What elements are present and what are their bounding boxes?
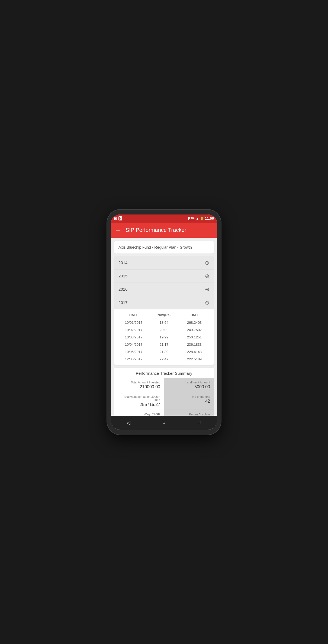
signal-icon: ▲ [196,217,199,220]
cell-unit: 250.1251 [179,335,210,339]
summary-label-right: Installment Amount [168,381,210,384]
cell-nav: 21.17 [149,342,179,347]
summary-section: Performance Tracker Summary Total Amount… [114,368,214,416]
cell-date: 10/02/2017 [118,328,149,332]
table-header-row: DATE NAV(Rs) UNIT [114,312,214,319]
cell-date: 10/01/2017 [118,321,149,325]
summary-label-left: Weg. CAGR [118,413,160,416]
header-unit: UNIT [179,313,210,317]
summary-label-left: Total Amount Invested [118,381,160,384]
content-area: Axis Bluechip Fund - Regular Plan - Grow… [111,238,217,416]
clock: 11:56 [205,216,214,220]
year-2014-expand-icon: ⊕ [205,260,210,265]
cell-unit: 228.4148 [179,350,210,354]
summary-cell-left: Weg. CAGR 11.44 [114,410,164,416]
summary-value-right: 42 [168,399,210,404]
summary-value-left: 255715.27 [118,402,160,407]
year-accordion: 2014 ⊕ 2015 ⊕ 2016 ⊕ 2017 ⊖ [114,256,214,365]
table-row: 10/03/2017 19.99 250.1251 [114,334,214,341]
summary-label-right: No of months [168,395,210,398]
table-row: 10/02/2017 20.02 249.7502 [114,326,214,334]
cell-nav: 22.47 [149,357,179,361]
phone-screen: ▣ N LTE ▲ 🔋 11:56 ← SIP Performance Trac… [111,214,217,430]
year-2017-row[interactable]: 2017 ⊖ [114,296,214,309]
table-row: 12/06/2017 22.47 222.5189 [114,355,214,363]
cell-unit: 222.5189 [179,357,210,361]
fund-card: Axis Bluechip Fund - Regular Plan - Grow… [114,241,214,254]
cell-date: 10/05/2017 [118,350,149,354]
app-bar: ← SIP Performance Tracker [111,223,217,238]
year-2016-row[interactable]: 2016 ⊕ [114,283,214,296]
summary-title: Performance Tracker Summary [114,368,214,378]
year-2015-label: 2015 [118,274,127,278]
cell-date: 10/04/2017 [118,342,149,347]
table-row: 10/05/2017 21.89 228.4148 [114,348,214,355]
summary-cell-left: Total Amount Invested 210000.00 [114,378,164,392]
nav-bar: ◁ ○ □ [111,416,217,430]
summary-cell-left: Total valuation as on 30 Jun 2017 255715… [114,392,164,410]
cell-nav: 20.02 [149,328,179,332]
summary-row: Total Amount Invested 210000.00 Installm… [114,378,214,392]
cell-unit: 268.2403 [179,321,210,325]
status-right: LTE ▲ 🔋 11:56 [188,216,214,220]
sim-icon: ▣ [114,217,117,220]
year-2015-row[interactable]: 2015 ⊕ [114,270,214,283]
table-body: 10/01/2017 18.64 268.2403 10/02/2017 20.… [114,319,214,363]
year-2016-expand-icon: ⊕ [205,287,210,292]
phone-shell: ▣ N LTE ▲ 🔋 11:56 ← SIP Performance Trac… [107,210,221,435]
cell-nav: 18.64 [149,321,179,325]
fund-name: Axis Bluechip Fund - Regular Plan - Grow… [118,245,192,249]
summary-cell-right: Installment Amount 5000.00 [164,378,214,392]
summary-cell-right: No of months 42 [164,392,214,410]
cell-nav: 19.99 [149,335,179,339]
header-nav: NAV(Rs) [149,313,179,317]
summary-value-right: 5000.00 [168,385,210,389]
cell-date: 12/06/2017 [118,357,149,361]
cell-unit: 249.7502 [179,328,210,332]
cell-nav: 21.89 [149,350,179,354]
year-2017-table: DATE NAV(Rs) UNIT 10/01/2017 18.64 268.2… [114,309,214,365]
cell-unit: 236.1833 [179,342,210,347]
summary-value-left: 210000.00 [118,385,160,389]
status-left: ▣ N [114,216,122,220]
table-row: 10/01/2017 18.64 268.2403 [114,319,214,326]
home-nav-button[interactable]: ○ [159,418,169,428]
lte-label: LTE [188,217,195,220]
summary-cell-right: Return Absolute 21.77 [164,410,214,416]
header-date: DATE [118,313,149,317]
back-button[interactable]: ← [115,227,121,234]
summary-rows: Total Amount Invested 210000.00 Installm… [114,378,214,416]
year-2015-expand-icon: ⊕ [205,273,210,279]
n-icon: N [118,216,122,220]
summary-row: Total valuation as on 30 Jun 2017 255715… [114,392,214,410]
app-bar-title: SIP Performance Tracker [126,227,186,233]
table-row: 10/04/2017 21.17 236.1833 [114,341,214,348]
status-bar: ▣ N LTE ▲ 🔋 11:56 [111,214,217,223]
summary-label-left: Total valuation as on 30 Jun 2017 [118,395,160,402]
battery-icon: 🔋 [200,217,204,220]
summary-label-right: Return Absolute [168,413,210,416]
year-2017-label: 2017 [118,300,127,305]
back-nav-button[interactable]: ◁ [124,418,133,428]
year-2016-label: 2016 [118,287,127,291]
year-2014-row[interactable]: 2014 ⊕ [114,256,214,270]
recent-nav-button[interactable]: □ [195,418,204,428]
year-2014-label: 2014 [118,260,127,265]
summary-row: Weg. CAGR 11.44 Return Absolute 21.77 [114,410,214,416]
cell-date: 10/03/2017 [118,335,149,339]
year-2017-collapse-icon: ⊖ [205,300,210,305]
